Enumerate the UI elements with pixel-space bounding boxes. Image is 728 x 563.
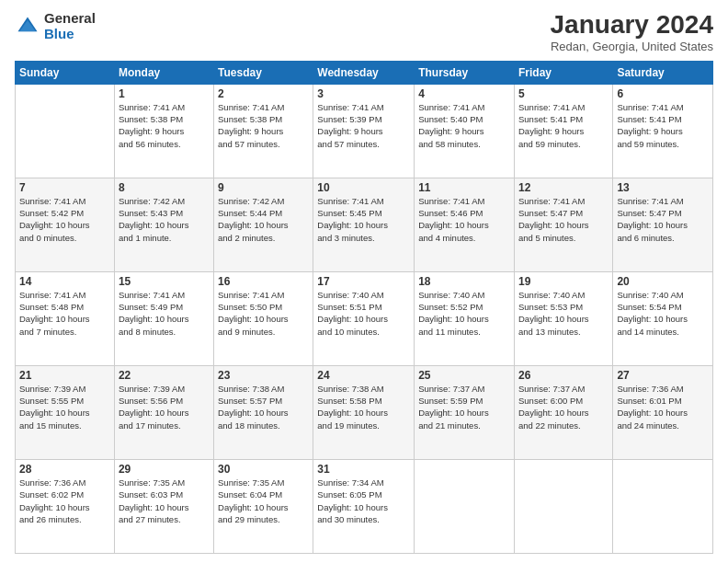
table-row — [613, 459, 713, 553]
table-row: 4Sunrise: 7:41 AMSunset: 5:40 PMDaylight… — [415, 84, 515, 178]
day-number: 8 — [119, 181, 210, 194]
header: General Blue January 2024 Redan, Georgia… — [15, 11, 713, 53]
day-info: Sunrise: 7:37 AMSunset: 5:59 PMDaylight:… — [418, 383, 510, 431]
logo-icon — [15, 14, 40, 40]
table-row: 27Sunrise: 7:36 AMSunset: 6:01 PMDayligh… — [613, 365, 713, 459]
table-row: 22Sunrise: 7:39 AMSunset: 5:56 PMDayligh… — [114, 365, 213, 459]
day-number: 3 — [317, 87, 410, 100]
table-row: 19Sunrise: 7:40 AMSunset: 5:53 PMDayligh… — [514, 271, 612, 365]
day-number: 17 — [317, 275, 410, 288]
table-row: 7Sunrise: 7:41 AMSunset: 5:42 PMDaylight… — [16, 178, 115, 271]
month-title: January 2024 — [551, 11, 713, 40]
calendar-week-row: 14Sunrise: 7:41 AMSunset: 5:48 PMDayligh… — [16, 271, 713, 365]
day-info: Sunrise: 7:35 AMSunset: 6:04 PMDaylight:… — [218, 477, 309, 525]
day-number: 21 — [19, 369, 110, 382]
day-info: Sunrise: 7:40 AMSunset: 5:53 PMDaylight:… — [518, 289, 609, 338]
calendar-week-row: 1Sunrise: 7:41 AMSunset: 5:38 PMDaylight… — [16, 84, 713, 178]
day-info: Sunrise: 7:41 AMSunset: 5:38 PMDaylight:… — [218, 101, 309, 150]
day-number: 23 — [218, 369, 309, 382]
day-number: 27 — [617, 369, 709, 382]
table-row: 1Sunrise: 7:41 AMSunset: 5:38 PMDaylight… — [114, 84, 213, 178]
header-sunday: Sunday — [16, 61, 115, 84]
calendar-week-row: 21Sunrise: 7:39 AMSunset: 5:55 PMDayligh… — [16, 365, 713, 459]
table-row — [415, 459, 515, 553]
day-number: 20 — [617, 275, 709, 288]
day-info: Sunrise: 7:41 AMSunset: 5:38 PMDaylight:… — [119, 101, 210, 150]
table-row: 23Sunrise: 7:38 AMSunset: 5:57 PMDayligh… — [214, 365, 313, 459]
day-number: 12 — [518, 181, 609, 194]
day-info: Sunrise: 7:41 AMSunset: 5:47 PMDaylight:… — [518, 195, 609, 244]
table-row: 29Sunrise: 7:35 AMSunset: 6:03 PMDayligh… — [114, 459, 213, 553]
day-info: Sunrise: 7:42 AMSunset: 5:43 PMDaylight:… — [119, 195, 210, 244]
day-number: 6 — [617, 87, 709, 100]
day-info: Sunrise: 7:41 AMSunset: 5:40 PMDaylight:… — [418, 101, 510, 150]
day-number: 18 — [418, 275, 510, 288]
day-info: Sunrise: 7:39 AMSunset: 5:56 PMDaylight:… — [119, 383, 210, 431]
day-info: Sunrise: 7:34 AMSunset: 6:05 PMDaylight:… — [317, 477, 410, 525]
day-info: Sunrise: 7:41 AMSunset: 5:49 PMDaylight:… — [119, 289, 210, 338]
table-row: 16Sunrise: 7:41 AMSunset: 5:50 PMDayligh… — [214, 271, 313, 365]
table-row: 24Sunrise: 7:38 AMSunset: 5:58 PMDayligh… — [313, 365, 415, 459]
day-number: 10 — [317, 181, 410, 194]
day-info: Sunrise: 7:41 AMSunset: 5:42 PMDaylight:… — [19, 195, 110, 244]
day-number: 14 — [19, 275, 110, 288]
table-row: 26Sunrise: 7:37 AMSunset: 6:00 PMDayligh… — [514, 365, 612, 459]
logo-text: General Blue — [44, 11, 96, 41]
day-info: Sunrise: 7:38 AMSunset: 5:57 PMDaylight:… — [218, 383, 309, 431]
day-number: 5 — [518, 87, 609, 100]
day-number: 29 — [119, 463, 210, 476]
day-number: 4 — [418, 87, 510, 100]
day-number: 11 — [418, 181, 510, 194]
title-block: January 2024 Redan, Georgia, United Stat… — [551, 11, 713, 53]
table-row: 5Sunrise: 7:41 AMSunset: 5:41 PMDaylight… — [514, 84, 612, 178]
day-number: 2 — [218, 87, 309, 100]
location: Redan, Georgia, United States — [551, 40, 713, 53]
table-row: 18Sunrise: 7:40 AMSunset: 5:52 PMDayligh… — [415, 271, 515, 365]
table-row: 12Sunrise: 7:41 AMSunset: 5:47 PMDayligh… — [514, 178, 612, 271]
day-number: 30 — [218, 463, 309, 476]
logo: General Blue — [15, 11, 96, 41]
table-row: 11Sunrise: 7:41 AMSunset: 5:46 PMDayligh… — [415, 178, 515, 271]
day-info: Sunrise: 7:37 AMSunset: 6:00 PMDaylight:… — [518, 383, 609, 431]
table-row: 28Sunrise: 7:36 AMSunset: 6:02 PMDayligh… — [16, 459, 115, 553]
day-info: Sunrise: 7:41 AMSunset: 5:41 PMDaylight:… — [617, 101, 709, 150]
page: General Blue January 2024 Redan, Georgia… — [0, 0, 728, 563]
table-row: 21Sunrise: 7:39 AMSunset: 5:55 PMDayligh… — [16, 365, 115, 459]
header-friday: Friday — [514, 61, 612, 84]
day-info: Sunrise: 7:41 AMSunset: 5:50 PMDaylight:… — [218, 289, 309, 338]
day-number: 13 — [617, 181, 709, 194]
calendar-table: Sunday Monday Tuesday Wednesday Thursday… — [15, 61, 713, 554]
table-row: 30Sunrise: 7:35 AMSunset: 6:04 PMDayligh… — [214, 459, 313, 553]
day-number: 16 — [218, 275, 309, 288]
day-info: Sunrise: 7:40 AMSunset: 5:52 PMDaylight:… — [418, 289, 510, 338]
day-number: 22 — [119, 369, 210, 382]
day-info: Sunrise: 7:38 AMSunset: 5:58 PMDaylight:… — [317, 383, 410, 431]
day-number: 19 — [518, 275, 609, 288]
table-row: 8Sunrise: 7:42 AMSunset: 5:43 PMDaylight… — [114, 178, 213, 271]
logo-general: General — [44, 11, 96, 27]
day-info: Sunrise: 7:41 AMSunset: 5:39 PMDaylight:… — [317, 101, 410, 150]
header-monday: Monday — [114, 61, 213, 84]
table-row: 6Sunrise: 7:41 AMSunset: 5:41 PMDaylight… — [613, 84, 713, 178]
day-number: 7 — [19, 181, 110, 194]
table-row: 2Sunrise: 7:41 AMSunset: 5:38 PMDaylight… — [214, 84, 313, 178]
table-row: 20Sunrise: 7:40 AMSunset: 5:54 PMDayligh… — [613, 271, 713, 365]
day-info: Sunrise: 7:40 AMSunset: 5:51 PMDaylight:… — [317, 289, 410, 338]
day-info: Sunrise: 7:41 AMSunset: 5:41 PMDaylight:… — [518, 101, 609, 150]
day-info: Sunrise: 7:35 AMSunset: 6:03 PMDaylight:… — [119, 477, 210, 525]
day-info: Sunrise: 7:41 AMSunset: 5:48 PMDaylight:… — [19, 289, 110, 338]
day-info: Sunrise: 7:39 AMSunset: 5:55 PMDaylight:… — [19, 383, 110, 431]
table-row: 25Sunrise: 7:37 AMSunset: 5:59 PMDayligh… — [415, 365, 515, 459]
table-row: 13Sunrise: 7:41 AMSunset: 5:47 PMDayligh… — [613, 178, 713, 271]
day-number: 26 — [518, 369, 609, 382]
calendar-week-row: 28Sunrise: 7:36 AMSunset: 6:02 PMDayligh… — [16, 459, 713, 553]
table-row: 14Sunrise: 7:41 AMSunset: 5:48 PMDayligh… — [16, 271, 115, 365]
day-info: Sunrise: 7:40 AMSunset: 5:54 PMDaylight:… — [617, 289, 709, 338]
table-row: 9Sunrise: 7:42 AMSunset: 5:44 PMDaylight… — [214, 178, 313, 271]
day-info: Sunrise: 7:41 AMSunset: 5:46 PMDaylight:… — [418, 195, 510, 244]
table-row: 31Sunrise: 7:34 AMSunset: 6:05 PMDayligh… — [313, 459, 415, 553]
day-info: Sunrise: 7:42 AMSunset: 5:44 PMDaylight:… — [218, 195, 309, 244]
header-wednesday: Wednesday — [313, 61, 415, 84]
day-number: 28 — [19, 463, 110, 476]
header-saturday: Saturday — [613, 61, 713, 84]
